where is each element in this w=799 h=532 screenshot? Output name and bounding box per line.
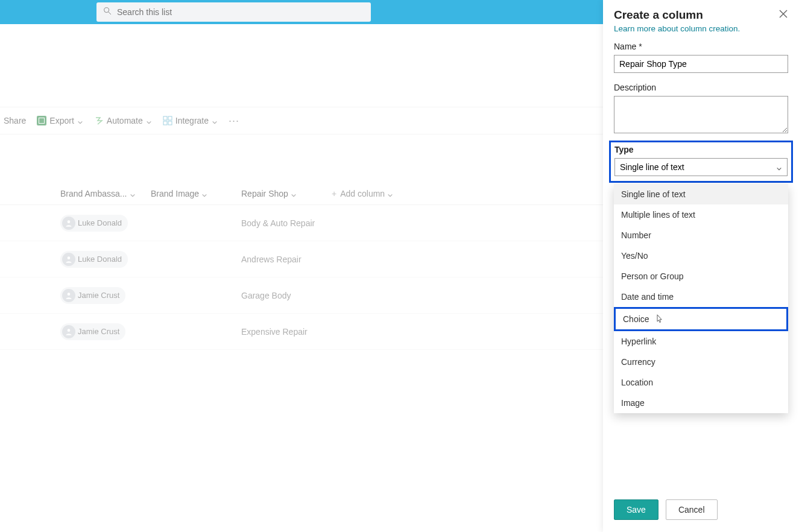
column-label: Brand Image: [151, 189, 199, 198]
avatar-icon: [62, 253, 75, 266]
excel-icon: [37, 116, 46, 125]
type-dropdown: Single line of text Multiple lines of te…: [614, 184, 788, 413]
avatar-icon: [62, 325, 75, 338]
automate-label: Automate: [107, 116, 143, 125]
command-bar: Share Export Automate Integrate ···: [0, 107, 603, 135]
type-highlight-box: Type Single line of text: [609, 141, 793, 183]
panel-footer: Save Cancel: [614, 490, 788, 532]
column-header-brand-ambassador[interactable]: Brand Ambassa...: [60, 189, 151, 198]
export-button[interactable]: Export: [37, 116, 83, 125]
svg-rect-4: [163, 121, 167, 125]
type-option-label: Choice: [623, 314, 649, 324]
type-option-choice[interactable]: Choice: [614, 307, 788, 331]
person-chip[interactable]: Jamie Crust: [60, 323, 125, 340]
chevron-down-icon: [291, 191, 297, 197]
table-row[interactable]: Jamie Crust Expensive Repair: [0, 314, 603, 350]
svg-point-0: [104, 8, 109, 13]
name-label: Name *: [614, 42, 788, 51]
list-header: Brand Ambassa... Brand Image Repair Shop…: [0, 183, 603, 205]
person-chip[interactable]: Jamie Crust: [60, 287, 125, 304]
table-row[interactable]: Luke Donald Andrews Repair: [0, 241, 603, 277]
panel-title: Create a column: [614, 8, 703, 22]
person-chip[interactable]: Luke Donald: [60, 251, 128, 268]
chevron-down-icon: [212, 118, 218, 124]
svg-rect-5: [168, 121, 172, 125]
chevron-down-icon: [77, 118, 83, 124]
integrate-button[interactable]: Integrate: [163, 116, 218, 125]
main-content: Share Export Automate Integrate ··· Bran…: [0, 24, 603, 532]
table-row[interactable]: Luke Donald Body & Auto Repair: [0, 205, 603, 241]
list-area: Brand Ambassa... Brand Image Repair Shop…: [0, 135, 603, 350]
type-option-yesno[interactable]: Yes/No: [614, 245, 788, 266]
person-name: Jamie Crust: [78, 291, 119, 300]
flow-icon: [94, 116, 104, 125]
type-option-currency[interactable]: Currency: [614, 352, 788, 372]
integrate-label: Integrate: [175, 116, 209, 125]
cell-repair-shop: Andrews Repair: [241, 255, 332, 264]
plus-icon: +: [332, 189, 336, 198]
avatar-icon: [62, 289, 75, 302]
description-label: Description: [614, 83, 788, 92]
close-button[interactable]: [778, 9, 788, 21]
chevron-down-icon: [387, 191, 393, 197]
learn-more-link[interactable]: Learn more about column creation.: [614, 24, 788, 33]
export-label: Export: [49, 116, 74, 125]
type-option-person[interactable]: Person or Group: [614, 266, 788, 287]
type-select[interactable]: Single line of text: [614, 158, 788, 176]
type-option-image[interactable]: Image: [614, 393, 788, 413]
create-column-panel: Create a column Learn more about column …: [603, 0, 799, 532]
chevron-down-icon: [130, 191, 136, 197]
svg-rect-2: [163, 116, 167, 120]
more-button[interactable]: ···: [229, 115, 239, 127]
cancel-button[interactable]: Cancel: [666, 499, 718, 520]
name-input[interactable]: [614, 55, 788, 73]
svg-rect-3: [168, 116, 172, 120]
description-input[interactable]: [614, 96, 788, 133]
type-option-hyperlink[interactable]: Hyperlink: [614, 331, 788, 352]
column-header-brand-image[interactable]: Brand Image: [151, 189, 241, 198]
add-column-button[interactable]: +Add column: [332, 189, 422, 198]
column-label: Brand Ambassa...: [60, 189, 127, 198]
svg-line-1: [109, 12, 111, 14]
type-option-multi-line[interactable]: Multiple lines of text: [614, 204, 788, 225]
type-selected-value: Single line of text: [620, 162, 684, 172]
column-header-repair-shop[interactable]: Repair Shop: [241, 189, 332, 198]
type-option-single-line[interactable]: Single line of text: [614, 184, 788, 204]
cell-repair-shop: Expensive Repair: [241, 327, 332, 337]
person-name: Luke Donald: [78, 218, 122, 227]
automate-button[interactable]: Automate: [94, 116, 152, 125]
column-label: Repair Shop: [241, 189, 288, 198]
avatar-icon: [62, 217, 75, 230]
type-option-number[interactable]: Number: [614, 225, 788, 245]
svg-point-9: [68, 329, 71, 332]
chevron-down-icon: [201, 191, 207, 197]
type-option-datetime[interactable]: Date and time: [614, 287, 788, 307]
type-option-location[interactable]: Location: [614, 372, 788, 393]
grid-icon: [163, 116, 172, 125]
svg-point-6: [68, 220, 71, 223]
save-button[interactable]: Save: [614, 499, 658, 520]
type-label: Type: [614, 145, 788, 154]
search-box[interactable]: [96, 2, 371, 22]
svg-point-7: [68, 256, 71, 259]
cell-repair-shop: Body & Auto Repair: [241, 218, 332, 228]
cell-repair-shop: Garage Body: [241, 291, 332, 300]
person-chip[interactable]: Luke Donald: [60, 215, 128, 232]
person-name: Jamie Crust: [78, 327, 119, 336]
search-icon: [103, 6, 112, 18]
search-input[interactable]: [117, 7, 365, 17]
share-button[interactable]: Share: [4, 116, 26, 125]
table-row[interactable]: Jamie Crust Garage Body: [0, 277, 603, 314]
chevron-down-icon: [146, 118, 152, 124]
chevron-down-icon: [776, 164, 782, 170]
add-column-label: Add column: [340, 189, 385, 198]
cursor-icon: [655, 314, 664, 324]
person-name: Luke Donald: [78, 255, 122, 264]
svg-point-8: [68, 293, 71, 296]
